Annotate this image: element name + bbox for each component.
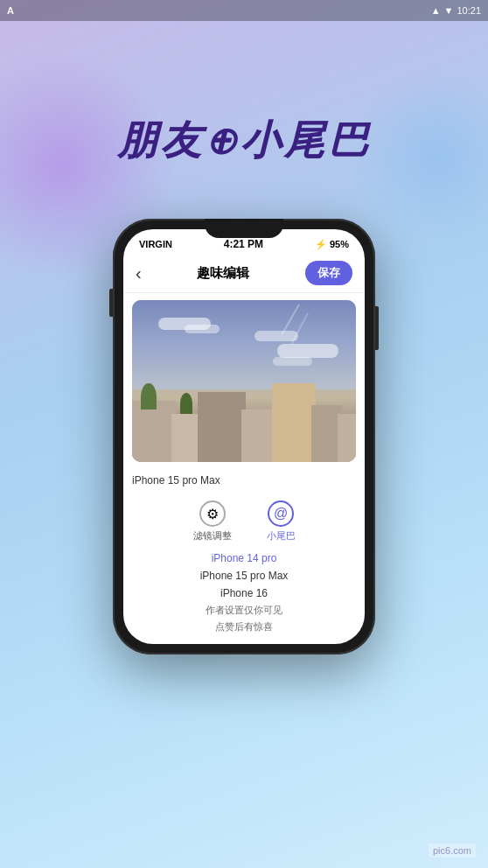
filter-icon: ⚙ [199,500,226,527]
phone-screen: VIRGIN 4:21 PM ⚡ 95% ‹ 趣味编辑 保存 [123,229,365,644]
system-wifi-icon: ▲ [431,5,441,16]
phone-bluetooth-icon: ⚡ [315,239,327,250]
phone-carrier: VIRGIN [139,239,172,249]
model-label: iPhone 15 pro Max [123,469,365,492]
cloud-2 [185,325,220,333]
editor-title: 趣味编辑 [197,265,249,282]
watermark: pic6.com [429,844,476,858]
system-status-bar: A ▲ ▼ 10:21 [0,0,488,21]
phone-mockup: VIRGIN 4:21 PM ⚡ 95% ‹ 趣味编辑 保存 [113,219,375,654]
tab-tail[interactable]: @ 小尾巴 [267,500,296,542]
system-time: 10:21 [457,5,481,16]
device-subtext-1: 作者设置仅你可见 [132,602,356,619]
filter-tab-label: 滤镜调整 [193,529,232,542]
tab-filter[interactable]: ⚙ 滤镜调整 [193,500,232,542]
device-list: iPhone 14 pro iPhone 15 pro Max iPhone 1… [123,546,365,644]
phone-status-icons: ⚡ 95% [315,239,349,250]
phone-battery: 95% [330,239,349,249]
save-button[interactable]: 保存 [305,261,352,285]
device-item-3[interactable]: iPhone 16 [132,584,356,602]
building-5 [272,383,316,462]
cloud-4 [273,357,312,366]
phone-time: 4:21 PM [224,238,263,250]
buildings-layer [132,382,356,463]
building-3 [198,392,246,462]
system-status-right: ▲ ▼ 10:21 [431,5,481,16]
building-1 [132,401,176,462]
tail-icon: @ [268,500,294,527]
system-battery-icon: ▼ [444,5,454,16]
app-title: 朋友⊕小尾巴 [0,114,488,168]
device-item-2[interactable]: iPhone 15 pro Max [132,567,356,584]
device-subtext-2: 点赞后有惊喜 [132,619,356,635]
device-item-1[interactable]: iPhone 14 pro [132,550,356,567]
system-app-indicator: A [7,5,14,16]
app-header: ‹ 趣味编辑 保存 [123,254,365,293]
tree-1 [141,383,157,410]
cloud-3 [277,344,338,358]
tail-tab-label: 小尾巴 [267,529,296,542]
photo-area [132,300,356,462]
tree-2 [180,393,192,414]
building-7 [338,414,356,462]
phone-frame: VIRGIN 4:21 PM ⚡ 95% ‹ 趣味编辑 保存 [113,219,375,654]
phone-notch [205,219,283,238]
tab-row: ⚙ 滤镜调整 @ 小尾巴 [123,492,365,546]
building-4 [241,410,276,462]
back-button[interactable]: ‹ [136,263,142,284]
